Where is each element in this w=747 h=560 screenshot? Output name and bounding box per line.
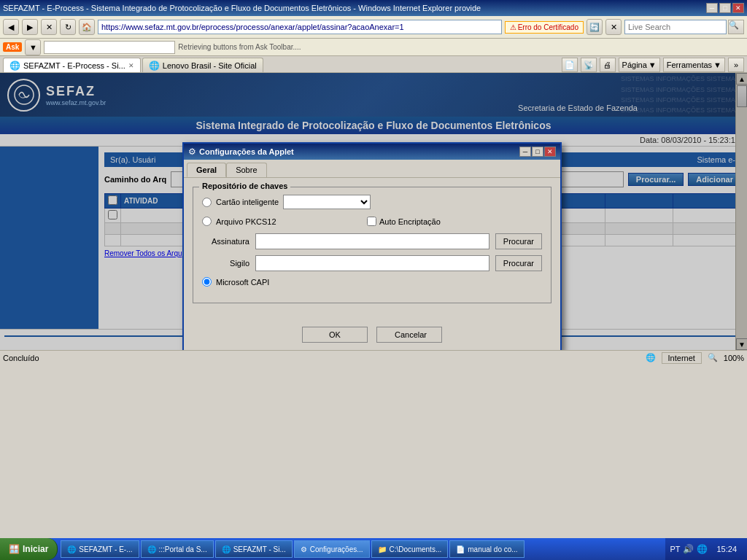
auto-enc-label[interactable]: Auto Encriptação: [379, 217, 441, 226]
status-bar: Concluído 🌐 Internet 🔍 100%: [0, 350, 747, 365]
taskbar-item-1[interactable]: 🌐 :::Portal da S...: [141, 540, 214, 558]
sigilo-input[interactable]: [255, 255, 489, 271]
sigilo-row: Sigilo Procurar: [202, 255, 542, 271]
close-button[interactable]: ✕: [732, 3, 744, 13]
cartao-label[interactable]: Cartão inteligente: [216, 198, 279, 206]
auto-enc-checkbox[interactable]: [367, 217, 376, 226]
taskbar-icon-0: 🌐: [67, 545, 76, 553]
tab-sobre[interactable]: Sobre: [226, 163, 266, 177]
restore-button[interactable]: □: [719, 3, 731, 13]
start-label: Iniciar: [23, 544, 48, 554]
taskbar-label-5: manual do co...: [468, 545, 517, 553]
taskbar: 🪟 Iniciar 🌐 SEFAZMT - E-... 🌐 :::Portal …: [0, 538, 747, 560]
modal-overlay: ⚙ Configurações da Applet ─ □ ✕ Geral So…: [0, 73, 747, 350]
pkcs12-label[interactable]: Arquivo PKCS12: [216, 217, 276, 226]
modal-title-text: Configurações da Applet: [199, 147, 519, 156]
tab-label-0: SEFAZMT - E-Process - Si...: [23, 61, 125, 70]
cert-error-button[interactable]: ⚠ Erro do Certificado: [505, 21, 584, 34]
stop-nav-button[interactable]: ✕: [605, 19, 622, 35]
tools-menu-button[interactable]: Ferramentas▼: [663, 58, 725, 72]
web-content-area: SEFAZ www.sefaz.mt.gov.br SISTEMAS INFOR…: [0, 73, 747, 350]
assinatura-input[interactable]: [255, 233, 489, 249]
taskbar-icon-4: 📁: [378, 545, 387, 553]
zone-icon: 🌐: [646, 353, 656, 362]
back-button[interactable]: ◀: [3, 19, 19, 35]
tabs-bar: 🌐 SEFAZMT - E-Process - Si... ✕ 🌐 Lenovo…: [0, 56, 747, 73]
tab-label-1: Lenovo Brasil - Site Oficial: [163, 61, 257, 70]
capi-label[interactable]: Microsoft CAPI: [216, 278, 269, 287]
address-bar[interactable]: [98, 20, 502, 34]
taskbar-icon-1: 🌐: [147, 545, 156, 553]
modal-restore-button[interactable]: □: [532, 147, 543, 157]
taskbar-label-0: SEFAZMT - E-...: [79, 545, 132, 553]
assinatura-row: Assinatura Procurar: [202, 233, 542, 249]
print-button[interactable]: 🖨: [600, 58, 616, 72]
tab-lenovo[interactable]: 🌐 Lenovo Brasil - Site Oficial: [142, 58, 263, 72]
taskbar-clock: 15:24: [711, 545, 743, 553]
zoom-level: 100%: [724, 354, 744, 362]
refresh-feed-button[interactable]: 🔄: [587, 19, 603, 35]
browser-title-bar: SEFAZMT - E-Process - Sistema Integrado …: [0, 0, 747, 16]
home-button[interactable]: 🏠: [79, 19, 95, 35]
sigilo-label: Sigilo: [202, 259, 249, 268]
taskbar-icon-3: ⚙: [301, 545, 307, 553]
cancelar-dialog-button[interactable]: Cancelar: [376, 327, 442, 343]
taskbar-icon-5: 📄: [456, 545, 465, 553]
status-right: 🌐 Internet 🔍 100%: [646, 352, 744, 364]
taskbar-item-4[interactable]: 📁 C:\Documents...: [371, 540, 449, 558]
group-legend: Repositório de chaves: [199, 182, 290, 190]
ask-menu-button[interactable]: ▼: [25, 39, 41, 55]
forward-button[interactable]: ▶: [22, 19, 38, 35]
taskbar-label-2: SEFAZMT - Si...: [233, 545, 286, 553]
tab-icon-0: 🌐: [9, 61, 20, 71]
auto-enc-row: Auto Encriptação: [367, 217, 441, 226]
modal-title-bar: ⚙ Configurações da Applet ─ □ ✕: [184, 144, 560, 160]
refresh-button[interactable]: ↻: [60, 19, 76, 35]
taskbar-items: 🌐 SEFAZMT - E-... 🌐 :::Portal da S... 🌐 …: [58, 540, 665, 558]
rss-button[interactable]: 📡: [581, 58, 597, 72]
tab-close-0[interactable]: ✕: [128, 62, 134, 69]
zone-label: Internet: [662, 352, 702, 364]
search-button[interactable]: 🔍: [728, 20, 744, 34]
sigilo-procurar-button[interactable]: Procurar: [495, 255, 542, 271]
taskbar-item-2[interactable]: 🌐 SEFAZMT - Si...: [215, 540, 293, 558]
taskbar-item-0[interactable]: 🌐 SEFAZMT - E-...: [61, 540, 139, 558]
status-text: Concluído: [3, 354, 646, 362]
browser-window-controls: ─ □ ✕: [706, 3, 744, 13]
tabs-right-tools: 📄 📡 🖨 Página▼ Ferramentas▼ »: [562, 58, 744, 72]
cartao-radio[interactable]: [202, 198, 212, 207]
assinatura-procurar-button[interactable]: Procurar: [495, 233, 542, 249]
taskbar-item-5[interactable]: 📄 manual do co...: [449, 540, 524, 558]
minimize-button[interactable]: ─: [706, 3, 718, 13]
tab-icon-1: 🌐: [149, 61, 160, 71]
taskbar-item-3[interactable]: ⚙ Configurações...: [294, 540, 370, 558]
start-icon: 🪟: [9, 544, 20, 554]
tray-icon-2: 🌐: [697, 544, 708, 554]
zoom-icon: 🔍: [708, 353, 718, 362]
pkcs12-radio[interactable]: [202, 217, 212, 226]
ask-search-input[interactable]: [44, 41, 175, 54]
modal-tabs: Geral Sobre: [184, 160, 560, 178]
cartao-inteligente-row: Cartão inteligente: [202, 195, 542, 209]
expand-button[interactable]: »: [728, 58, 744, 72]
tab-geral[interactable]: Geral: [187, 163, 226, 177]
cert-error-icon: ⚠: [510, 23, 516, 31]
stop-button[interactable]: ✕: [41, 19, 57, 35]
start-button[interactable]: 🪟 Iniciar: [0, 538, 58, 560]
modal-close-button[interactable]: ✕: [544, 147, 556, 157]
modal-minimize-button[interactable]: ─: [519, 147, 531, 157]
applet-config-dialog: ⚙ Configurações da Applet ─ □ ✕ Geral So…: [182, 142, 562, 350]
tab-sefazmt-eprocess[interactable]: 🌐 SEFAZMT - E-Process - Si... ✕: [3, 58, 141, 72]
tray-icon-1: 🔊: [683, 544, 694, 554]
page-menu-button[interactable]: Página▼: [619, 58, 660, 72]
search-input[interactable]: [624, 20, 727, 34]
ask-retrieve-text: Retrieving buttons from Ask Toolbar....: [178, 43, 301, 51]
repositorio-group: Repositório de chaves Cartão inteligente: [193, 187, 551, 303]
taskbar-tray: PT 🔊 🌐 15:24: [665, 538, 747, 560]
cartao-dropdown[interactable]: [283, 195, 371, 209]
capi-radio[interactable]: [202, 277, 212, 287]
lang-indicator: PT: [670, 545, 680, 553]
modal-bottom-buttons: OK Cancelar: [184, 319, 560, 350]
ok-button[interactable]: OK: [302, 327, 368, 343]
add-tab-button[interactable]: 📄: [562, 58, 578, 72]
